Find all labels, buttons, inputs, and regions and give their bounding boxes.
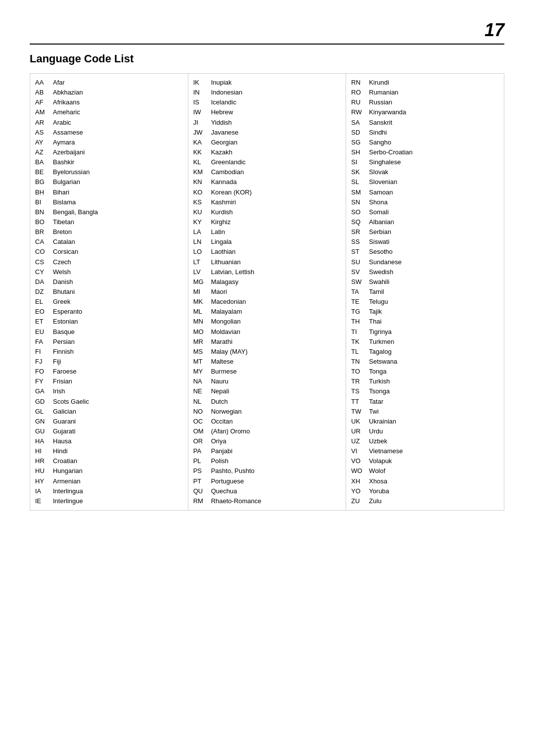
list-item: PSPashto, Pushto [193, 466, 341, 476]
list-item: OCOccitan [193, 417, 341, 426]
language-code: FJ [35, 357, 49, 367]
language-code: GN [35, 417, 49, 426]
language-code: RM [193, 496, 207, 506]
language-code: XH [351, 476, 365, 486]
language-name: Azerbaijani [53, 147, 85, 157]
list-item: KUKurdish [193, 207, 341, 217]
language-code: MK [193, 297, 207, 307]
list-item: MLMalayalam [193, 307, 341, 317]
list-item: COCorsican [35, 247, 183, 257]
language-code: KM [193, 167, 207, 177]
list-item: WOWolof [351, 466, 499, 476]
list-item: MKMacedonian [193, 297, 341, 307]
language-name: Fiji [53, 357, 61, 367]
language-name: Laothian [211, 247, 236, 257]
language-code: DA [35, 277, 49, 287]
list-item: HUHungarian [35, 466, 183, 476]
language-name: Icelandic [211, 97, 236, 107]
language-code: KO [193, 188, 207, 197]
language-code: EO [35, 307, 49, 317]
language-code: GU [35, 426, 49, 436]
list-item: SSSiswati [351, 237, 499, 247]
language-name: Lithuanian [211, 257, 241, 267]
language-code: FY [35, 377, 49, 386]
list-item: FJFiji [35, 357, 183, 367]
list-item: GNGuarani [35, 417, 183, 426]
language-code: UR [351, 426, 365, 436]
language-name: Norwegian [211, 407, 242, 417]
language-code: SV [351, 267, 365, 277]
language-name: Urdu [369, 426, 383, 436]
language-code: BH [35, 188, 49, 197]
language-code: MS [193, 347, 207, 357]
language-name: Croatian [53, 456, 77, 466]
list-item: LOLaothian [193, 247, 341, 257]
list-item: MSMalay (MAY) [193, 347, 341, 357]
language-code: TH [351, 317, 365, 327]
language-name: Dutch [211, 397, 228, 407]
language-code: HR [35, 456, 49, 466]
language-code: JI [193, 118, 207, 128]
language-name: Tsonga [369, 386, 390, 396]
language-code: ET [35, 317, 49, 327]
language-code: MN [193, 317, 207, 327]
list-item: EUBasque [35, 327, 183, 337]
list-item: ZUZulu [351, 496, 499, 506]
language-name: Pashto, Pushto [211, 466, 255, 476]
list-item: HAHausa [35, 436, 183, 446]
language-name: Kirghiz [211, 217, 231, 227]
list-item: MYBurmese [193, 367, 341, 377]
language-name: Setswana [369, 357, 397, 367]
language-code: BA [35, 157, 49, 167]
language-name: Xhosa [369, 476, 387, 486]
language-code: HU [35, 466, 49, 476]
list-item: URUrdu [351, 426, 499, 436]
language-code: TN [351, 357, 365, 367]
language-code: IS [193, 97, 207, 107]
list-item: BOTibetan [35, 217, 183, 227]
list-item: IKInupiak [193, 78, 341, 88]
language-code: JW [193, 128, 207, 138]
list-item: KAGeorgian [193, 138, 341, 147]
language-code: GD [35, 397, 49, 407]
language-code: GA [35, 386, 49, 396]
language-code: IK [193, 78, 207, 88]
language-code: TL [351, 347, 365, 357]
language-code: ST [351, 247, 365, 257]
language-code: ML [193, 307, 207, 317]
language-code: IW [193, 107, 207, 117]
language-name: Burmese [211, 367, 237, 377]
language-name: Danish [53, 277, 73, 287]
list-item: MTMaltese [193, 357, 341, 367]
language-name: Gujarati [53, 426, 76, 436]
language-code: SM [351, 188, 365, 197]
language-name: Yoruba [369, 486, 389, 496]
language-name: Singhalese [369, 157, 400, 167]
language-code: UZ [351, 436, 365, 446]
language-code: NL [193, 397, 207, 407]
list-item: HYArmenian [35, 476, 183, 486]
language-name: Korean (KOR) [211, 188, 252, 197]
language-code: TR [351, 377, 365, 386]
list-item: TSTsonga [351, 386, 499, 396]
language-name: Somali [369, 207, 389, 217]
language-name: Tibetan [53, 217, 74, 227]
language-name: Tagalog [369, 347, 392, 357]
list-item: SHSerbo-Croatian [351, 147, 499, 157]
language-code: LT [193, 257, 207, 267]
list-item: VIVietnamese [351, 446, 499, 456]
language-code: SO [351, 207, 365, 217]
language-name: Turkish [369, 377, 390, 386]
list-item: RMRhaeto-Romance [193, 496, 341, 506]
language-code: HY [35, 476, 49, 486]
language-name: Estonian [53, 317, 78, 327]
language-code: TO [351, 367, 365, 377]
language-code: VI [351, 446, 365, 456]
list-item: CACatalan [35, 237, 183, 247]
language-code: MT [193, 357, 207, 367]
language-code: SR [351, 227, 365, 237]
language-name: Portuguese [211, 476, 244, 486]
language-code: KL [193, 157, 207, 167]
language-name: Volapuk [369, 456, 392, 466]
list-item: THThai [351, 317, 499, 327]
